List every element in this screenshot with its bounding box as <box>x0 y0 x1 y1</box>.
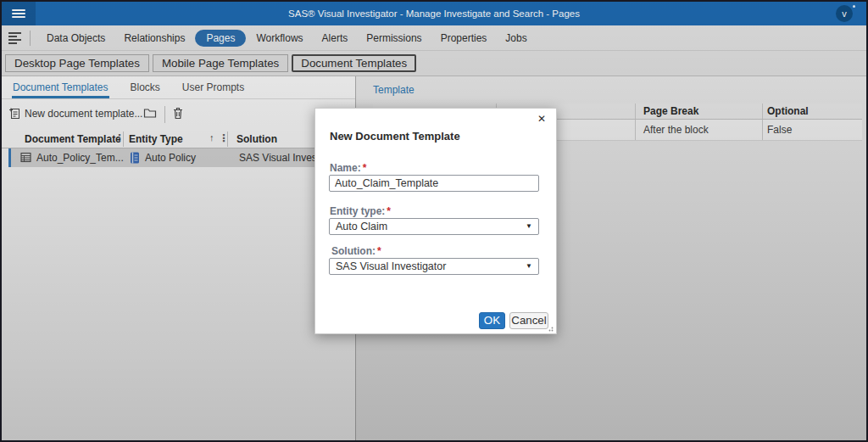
required-marker: * <box>387 205 391 217</box>
template-tab[interactable]: Template <box>373 84 415 96</box>
chevron-down-icon: ▼ <box>526 262 532 270</box>
entity-document-icon <box>130 152 140 166</box>
mobile-page-templates-button[interactable]: Mobile Page Templates <box>153 54 288 72</box>
ok-button[interactable]: OK <box>479 312 505 329</box>
sort-ascending-icon[interactable]: ↑ <box>209 132 214 143</box>
column-header-entity-type[interactable]: Entity Type <box>129 133 183 145</box>
nav-item-workflows[interactable]: Workflows <box>248 30 311 47</box>
nav-item-properties[interactable]: Properties <box>432 30 496 47</box>
name-field[interactable] <box>329 175 539 192</box>
cell-entity-type: Auto Policy <box>145 152 196 164</box>
delete-button[interactable] <box>172 107 184 122</box>
document-templates-panel: Document Templates Blocks User Prompts N… <box>2 76 356 440</box>
column-divider[interactable] <box>227 131 228 147</box>
document-templates-button[interactable]: Document Templates <box>292 54 416 72</box>
solution-value: SAS Visual Investigator <box>336 260 446 272</box>
new-document-template-label: New document template... <box>25 108 142 120</box>
chevron-down-icon: ▼ <box>526 222 532 230</box>
cancel-button[interactable]: Cancel <box>509 312 548 329</box>
avatar-caret-icon <box>853 5 855 8</box>
nav-item-jobs[interactable]: Jobs <box>497 30 535 47</box>
dialog-title: New Document Template <box>330 130 460 143</box>
column-divider <box>762 104 763 119</box>
folder-icon <box>143 107 157 119</box>
solution-select[interactable]: SAS Visual Investigator ▼ <box>329 258 539 275</box>
desktop-page-templates-button[interactable]: Desktop Page Templates <box>5 54 149 72</box>
nav-item-alerts[interactable]: Alerts <box>314 30 357 47</box>
nav-item-permissions[interactable]: Permissions <box>358 30 430 47</box>
template-view-switcher: Desktop Page Templates Mobile Page Templ… <box>2 51 866 76</box>
nav-item-relationships[interactable]: Relationships <box>115 30 193 47</box>
close-icon[interactable]: ✕ <box>534 111 549 126</box>
main-nav: Data Objects Relationships Pages Workflo… <box>2 25 866 51</box>
column-header-solution[interactable]: Solution <box>236 133 277 145</box>
column-divider <box>635 104 636 119</box>
column-header-page-break[interactable]: Page Break <box>643 105 698 117</box>
list-panel-icon[interactable] <box>8 31 22 46</box>
entity-type-select[interactable]: Auto Claim ▼ <box>329 218 539 235</box>
template-grid-icon <box>20 152 31 165</box>
resize-grip-icon[interactable] <box>547 325 554 332</box>
new-document-template-button[interactable]: New document template... <box>8 107 142 120</box>
required-marker: * <box>363 162 367 174</box>
table-row[interactable]: Auto_Policy_Tem... Auto Policy SAS Visua… <box>8 148 355 167</box>
cell-optional: False <box>767 124 792 136</box>
entity-type-label: Entity type:* <box>330 205 391 217</box>
column-divider <box>635 120 636 140</box>
table-header-row: Document Template ⋮ Entity Type ↑ ⋮ Solu… <box>2 130 355 148</box>
tab-blocks[interactable]: Blocks <box>130 76 161 98</box>
app-title: SAS® Visual Investigator - Manage Invest… <box>2 2 866 25</box>
tab-user-prompts[interactable]: User Prompts <box>181 76 245 98</box>
column-header-optional[interactable]: Optional <box>767 105 809 117</box>
column-header-document-template[interactable]: Document Template <box>25 133 121 145</box>
column-divider[interactable] <box>123 131 124 147</box>
user-avatar[interactable]: v <box>836 5 853 22</box>
new-document-icon <box>8 107 20 120</box>
left-panel-toolbar: New document template... <box>2 103 355 128</box>
solution-label: Solution:* <box>331 245 381 257</box>
cell-document-template: Auto_Policy_Tem... <box>36 152 124 164</box>
entity-type-value: Auto Claim <box>336 221 387 232</box>
new-document-template-dialog: ✕ New Document Template Name:* Entity ty… <box>314 108 557 334</box>
required-marker: * <box>377 245 381 257</box>
cell-page-break: After the block <box>643 124 709 136</box>
nav-item-pages[interactable]: Pages <box>195 30 246 47</box>
name-label: Name:* <box>330 162 366 174</box>
open-folder-button[interactable] <box>143 107 157 121</box>
app-window: SAS® Visual Investigator - Manage Invest… <box>0 0 868 442</box>
tab-document-templates[interactable]: Document Templates <box>12 76 109 98</box>
title-bar: SAS® Visual Investigator - Manage Invest… <box>2 2 866 25</box>
toolbar-divider <box>164 106 165 123</box>
column-divider <box>762 120 763 140</box>
nav-item-data-objects[interactable]: Data Objects <box>38 30 114 47</box>
document-templates-table: Document Template ⋮ Entity Type ↑ ⋮ Solu… <box>2 130 355 167</box>
left-panel-tabs: Document Templates Blocks User Prompts <box>2 76 355 99</box>
nav-divider <box>30 31 31 46</box>
trash-icon <box>172 107 184 120</box>
